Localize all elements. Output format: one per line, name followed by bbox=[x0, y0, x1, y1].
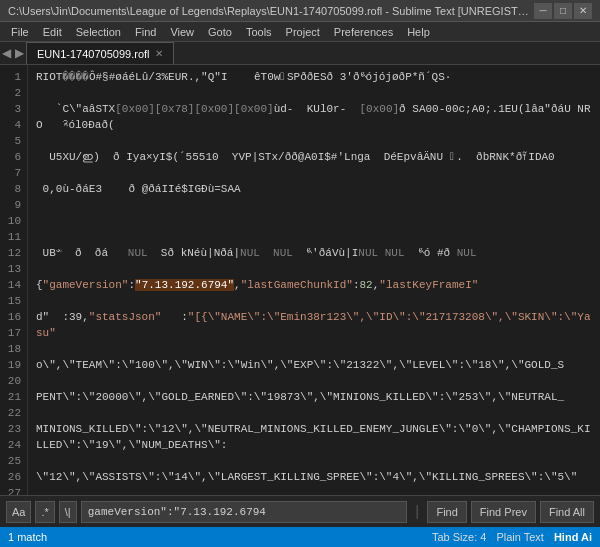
line-num: 14 bbox=[4, 277, 21, 293]
menu-bar: FileEditSelectionFindViewGotoToolsProjec… bbox=[0, 22, 600, 42]
find-button[interactable]: Find bbox=[427, 501, 466, 523]
line-num: 12 bbox=[4, 245, 21, 261]
line-num: 16 bbox=[4, 309, 21, 325]
line-num: 19 bbox=[4, 357, 21, 373]
line-num: 20 bbox=[4, 373, 21, 389]
title-bar: C:\Users\Jin\Documents\League of Legends… bbox=[0, 0, 600, 22]
find-whole-word-btn[interactable]: \| bbox=[59, 501, 77, 523]
line-numbers: 1 2 3 4 5 6 7 8 9 10 11 12 13 14 15 16 1… bbox=[0, 65, 28, 495]
line-num: 1 bbox=[4, 69, 21, 85]
tab-scroll-left[interactable]: ◀ bbox=[0, 42, 13, 64]
line-num: 11 bbox=[4, 229, 21, 245]
maximize-button[interactable]: □ bbox=[554, 3, 572, 19]
code-editor[interactable]: RIOT����Ô#§#øáéLû/3%EUR.,"Q"I êT0wSPððE… bbox=[28, 65, 600, 495]
line-num: 23 bbox=[4, 421, 21, 437]
line-num: 22 bbox=[4, 405, 21, 421]
tab-close-icon[interactable]: ✕ bbox=[155, 48, 163, 59]
menu-item-preferences[interactable]: Preferences bbox=[327, 22, 400, 41]
line-num: 27 bbox=[4, 485, 21, 495]
line-num: 5 bbox=[4, 133, 21, 149]
line-num: 24 bbox=[4, 437, 21, 453]
line-num: 9 bbox=[4, 197, 21, 213]
tab-file[interactable]: EUN1-1740705099.rofl ✕ bbox=[26, 42, 174, 64]
find-prev-button[interactable]: Find Prev bbox=[471, 501, 536, 523]
status-left: 1 match bbox=[8, 531, 47, 543]
menu-item-goto[interactable]: Goto bbox=[201, 22, 239, 41]
menu-item-view[interactable]: View bbox=[163, 22, 201, 41]
language-label: Plain Text bbox=[496, 531, 544, 543]
menu-item-file[interactable]: File bbox=[4, 22, 36, 41]
close-button[interactable]: ✕ bbox=[574, 3, 592, 19]
tab-row: ◀ ▶ EUN1-1740705099.rofl ✕ bbox=[0, 42, 600, 65]
line-num: 3 bbox=[4, 101, 21, 117]
status-bar: 1 match Tab Size: 4 Plain Text Hind Ai bbox=[0, 527, 600, 547]
line-num: 13 bbox=[4, 261, 21, 277]
line-num: 4 bbox=[4, 117, 21, 133]
find-regex-btn[interactable]: .* bbox=[35, 501, 54, 523]
menu-item-find[interactable]: Find bbox=[128, 22, 163, 41]
line-num: 21 bbox=[4, 389, 21, 405]
line-num: 18 bbox=[4, 341, 21, 357]
line-num: 6 bbox=[4, 149, 21, 165]
tab-scroll-right[interactable]: ▶ bbox=[13, 42, 26, 64]
find-case-sensitive-btn[interactable]: Aa bbox=[6, 501, 31, 523]
window-controls: ─ □ ✕ bbox=[534, 3, 592, 19]
line-num: 2 bbox=[4, 85, 21, 101]
line-num: 15 bbox=[4, 293, 21, 309]
menu-item-selection[interactable]: Selection bbox=[69, 22, 128, 41]
line-num: 10 bbox=[4, 213, 21, 229]
window-title: C:\Users\Jin\Documents\League of Legends… bbox=[8, 5, 534, 17]
line-num: 7 bbox=[4, 165, 21, 181]
find-separator: | bbox=[411, 504, 423, 520]
line-num: 17 bbox=[4, 325, 21, 341]
tab-size-label: Tab Size: 4 bbox=[432, 531, 486, 543]
menu-item-tools[interactable]: Tools bbox=[239, 22, 279, 41]
find-all-button[interactable]: Find All bbox=[540, 501, 594, 523]
minimize-button[interactable]: ─ bbox=[534, 3, 552, 19]
match-count: 1 match bbox=[8, 531, 47, 543]
line-num: 25 bbox=[4, 453, 21, 469]
line-num: 26 bbox=[4, 469, 21, 485]
menu-item-project[interactable]: Project bbox=[279, 22, 327, 41]
status-right: Tab Size: 4 Plain Text Hind Ai bbox=[432, 531, 592, 543]
find-input[interactable] bbox=[81, 501, 407, 523]
find-bar: Aa .* \| | Find Find Prev Find All bbox=[0, 495, 600, 527]
menu-item-help[interactable]: Help bbox=[400, 22, 437, 41]
hind-ai-label: Hind Ai bbox=[554, 531, 592, 543]
line-num: 8 bbox=[4, 181, 21, 197]
menu-item-edit[interactable]: Edit bbox=[36, 22, 69, 41]
editor-container: 1 2 3 4 5 6 7 8 9 10 11 12 13 14 15 16 1… bbox=[0, 65, 600, 495]
tab-label: EUN1-1740705099.rofl bbox=[37, 48, 150, 60]
